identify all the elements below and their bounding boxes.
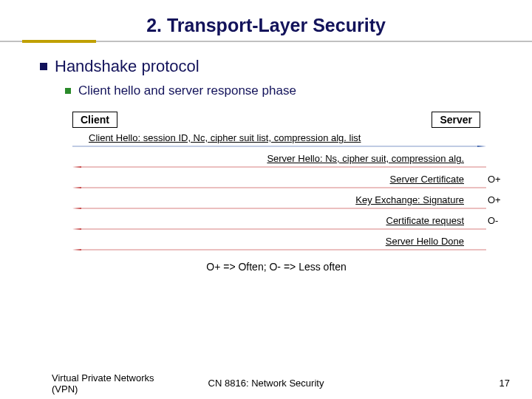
svg-marker-1 <box>477 146 486 147</box>
msg-row: Server Hello: Ns, cipher suit, compressi… <box>69 153 483 174</box>
svg-marker-5 <box>72 187 81 188</box>
footer-left: Virtual Private Networks (VPN) <box>52 372 155 395</box>
bullet-icon <box>65 88 71 94</box>
arrow-right-icon <box>72 146 486 147</box>
msg-row: Certificate request O- <box>69 215 483 236</box>
arrow-left-icon <box>72 187 486 188</box>
msg-annot: O+ <box>488 194 501 205</box>
msg-label: Server Hello: Ns, cipher suit, compressi… <box>267 153 464 164</box>
arrow-left-icon <box>72 208 486 209</box>
msg-label: Certificate request <box>386 215 465 226</box>
slide-title: 2. Transport-Layer Security <box>0 15 532 41</box>
slide-footer: Virtual Private Networks (VPN) CN 8816: … <box>0 378 532 389</box>
title-rule <box>0 41 532 44</box>
msg-row: Server Certificate O+ <box>69 174 483 194</box>
svg-marker-7 <box>72 208 81 209</box>
bullet-level1: Handshake protocol <box>55 57 200 76</box>
svg-marker-3 <box>72 166 81 168</box>
sequence-diagram: Client Server Client Hello: session ID, … <box>69 112 483 273</box>
arrow-left-icon <box>72 228 486 230</box>
client-box: Client <box>72 112 117 128</box>
msg-label: Server Certificate <box>390 174 464 185</box>
server-box: Server <box>432 112 480 128</box>
msg-row: Server Hello Done <box>69 236 483 256</box>
bullet-level2: Client hello and server response phase <box>78 83 296 98</box>
svg-marker-11 <box>72 249 81 250</box>
msg-row: Client Hello: session ID, Nc, cipher sui… <box>69 132 483 153</box>
msg-row: Key Exchange: Signature O+ <box>69 194 483 215</box>
bullet-icon <box>40 63 47 70</box>
msg-label: Client Hello: session ID, Nc, cipher sui… <box>89 132 361 143</box>
arrow-left-icon <box>72 249 486 250</box>
page-number: 17 <box>499 378 510 389</box>
legend-text: O+ => Often; O- => Less often <box>69 261 483 273</box>
msg-annot: O- <box>488 215 498 226</box>
msg-label: Server Hello Done <box>386 236 464 247</box>
msg-label: Key Exchange: Signature <box>355 194 464 205</box>
msg-annot: O+ <box>488 174 501 185</box>
arrow-left-icon <box>72 166 486 168</box>
svg-marker-9 <box>72 228 81 230</box>
